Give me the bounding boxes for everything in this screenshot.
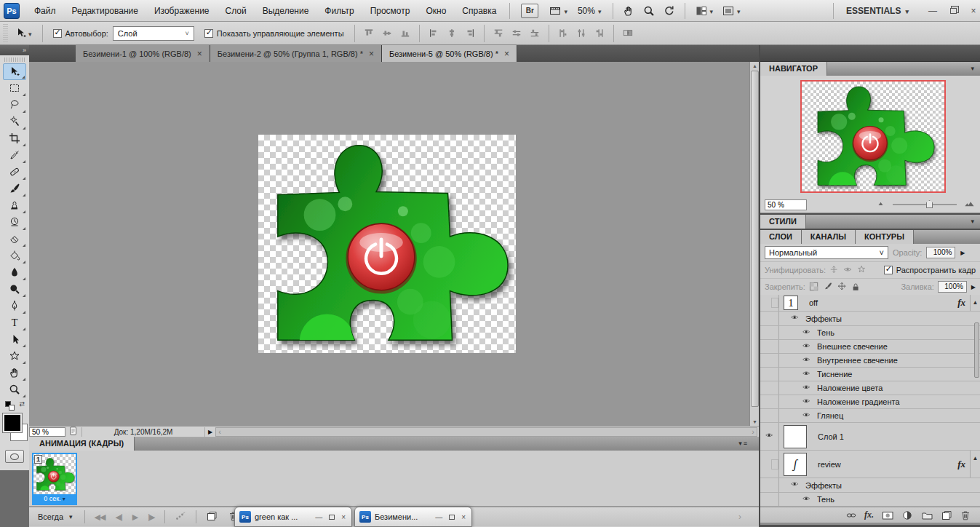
align-horizontal-centers-button[interactable]: [444, 26, 460, 41]
options-bar-grip[interactable]: [3, 24, 8, 43]
restore-button[interactable]: [447, 513, 456, 521]
new-layer-button[interactable]: [941, 510, 952, 521]
show-transform-controls-checkbox[interactable]: Показать управляющие элементы: [204, 29, 344, 38]
zoom-out-icon[interactable]: [877, 199, 887, 210]
zoom-in-icon[interactable]: [963, 199, 976, 210]
pen-tool[interactable]: [3, 298, 26, 314]
document-tab[interactable]: Безимени-5 @ 50% (RGB/8) * ×: [382, 45, 517, 62]
menu-item[interactable]: Изображение: [146, 0, 218, 22]
tween-button[interactable]: [170, 510, 191, 524]
visibility-toggle[interactable]: [760, 493, 779, 506]
menu-item[interactable]: Справка: [454, 0, 504, 22]
dodge-tool[interactable]: [3, 281, 26, 298]
layer-row[interactable]: Тень fx ▲: [760, 493, 980, 507]
history-brush-tool[interactable]: [3, 214, 26, 231]
distribute-right-edges-button[interactable]: [591, 26, 607, 41]
screen-mode-button[interactable]: [717, 2, 745, 20]
new-group-button[interactable]: [920, 510, 933, 521]
unify-position-icon[interactable]: [829, 265, 840, 275]
panel-collapse-icon[interactable]: [971, 215, 974, 229]
scrollbar-thumb[interactable]: [751, 71, 759, 407]
canvas-document[interactable]: [258, 135, 516, 353]
duplicate-frame-button[interactable]: [201, 510, 223, 524]
distribute-left-edges-button[interactable]: [555, 26, 571, 41]
layer-row[interactable]: 1 off fx ▲: [760, 295, 980, 312]
next-frame-button[interactable]: |▶: [143, 512, 159, 522]
document-tab[interactable]: Безимени-1 @ 100% (RGB/8) ×: [76, 45, 210, 62]
paint-bucket-tool[interactable]: [3, 247, 26, 264]
zoom-level-dropdown[interactable]: 50%: [572, 6, 607, 16]
clone-stamp-tool[interactable]: [3, 197, 26, 214]
align-vertical-centers-button[interactable]: [379, 26, 395, 41]
layer-row[interactable]: ʃ review fx ▲: [760, 451, 980, 478]
add-layer-mask-button[interactable]: [881, 510, 894, 521]
restore-button[interactable]: [327, 513, 336, 521]
fill-value[interactable]: 100%: [938, 281, 967, 293]
visibility-toggle[interactable]: [760, 312, 779, 325]
quick-mask-button[interactable]: [5, 450, 24, 463]
rectangular-marquee-tool[interactable]: [3, 80, 26, 97]
restore-button[interactable]: [948, 6, 958, 16]
layer-row[interactable]: Эффекты fx ▲: [760, 312, 980, 326]
close-button[interactable]: ×: [340, 513, 347, 521]
auto-select-target-dropdown[interactable]: Слой˅: [113, 26, 194, 41]
menu-item[interactable]: Файл: [26, 0, 64, 22]
distribute-top-edges-button[interactable]: [490, 26, 506, 41]
layers-panel-tab[interactable]: КАНАЛЫ: [802, 230, 856, 244]
unify-visibility-icon[interactable]: [843, 265, 853, 275]
layer-row[interactable]: Тень fx ▲: [760, 326, 980, 340]
visibility-toggle[interactable]: [760, 478, 779, 492]
status-menu-arrow[interactable]: ▶: [208, 429, 212, 435]
distribute-horizontal-centers-button[interactable]: [573, 26, 589, 41]
panel-collapse-icon[interactable]: [971, 62, 974, 76]
floating-document-window[interactable]: Ps Безимени... — ×: [354, 507, 472, 527]
minimize-button[interactable]: —: [928, 6, 938, 16]
navigator-zoom-slider[interactable]: [893, 204, 957, 205]
launch-bridge-button[interactable]: Br: [521, 4, 538, 18]
workspace-switcher[interactable]: ESSENTIALS: [839, 6, 916, 16]
lock-transparency-icon[interactable]: [809, 282, 820, 293]
visibility-toggle[interactable]: [760, 368, 779, 381]
frame-delay-selector[interactable]: 0 сек.: [33, 494, 76, 504]
navigator-proxy-view[interactable]: [800, 80, 946, 193]
panel-menu-icon[interactable]: [738, 437, 749, 451]
canvas-area[interactable]: [29, 62, 759, 426]
loop-options-dropdown[interactable]: Всегда: [29, 512, 80, 521]
blur-tool[interactable]: [3, 264, 26, 281]
align-right-edges-button[interactable]: [462, 26, 478, 41]
menu-item[interactable]: Фильтр: [316, 0, 362, 22]
blend-mode-dropdown[interactable]: Нормальный˅: [765, 246, 888, 259]
status-zoom-field[interactable]: [29, 427, 65, 437]
previous-frame-button[interactable]: ◀|: [110, 512, 127, 522]
visibility-toggle[interactable]: [760, 326, 779, 339]
layers-scrollbar[interactable]: [973, 295, 980, 507]
scroll-right-icon[interactable]: ›: [738, 512, 741, 522]
layer-row[interactable]: Наложение градиента fx ▲: [760, 395, 980, 409]
unify-style-icon[interactable]: [857, 265, 867, 275]
layer-thumbnail[interactable]: 1: [784, 296, 798, 310]
visibility-toggle[interactable]: [760, 354, 779, 367]
crop-tool[interactable]: [3, 130, 26, 147]
view-extras-button[interactable]: [544, 2, 572, 20]
delete-layer-button[interactable]: [960, 510, 971, 521]
menu-item[interactable]: Слой: [218, 0, 255, 22]
layer-row[interactable]: Внутреннее свечение fx ▲: [760, 354, 980, 368]
adjustment-layer-button[interactable]: [901, 510, 913, 521]
healing-brush-tool[interactable]: [3, 164, 26, 181]
close-tab-icon[interactable]: ×: [369, 49, 374, 59]
auto-select-checkbox[interactable]: Автовыбор:: [53, 29, 108, 38]
menu-item[interactable]: Редактирование: [64, 0, 146, 22]
minimize-button[interactable]: —: [434, 513, 444, 521]
zoom-tool-button[interactable]: [639, 2, 659, 20]
foreground-color-swatch[interactable]: [3, 413, 22, 432]
align-left-edges-button[interactable]: [426, 26, 442, 41]
rotate-view-button[interactable]: [659, 2, 680, 20]
path-selection-tool[interactable]: [3, 331, 26, 348]
default-swap-colors[interactable]: ⇄: [4, 400, 25, 411]
auto-align-layers-button[interactable]: [620, 26, 636, 41]
visibility-toggle[interactable]: [760, 423, 779, 450]
close-button[interactable]: ×: [968, 6, 979, 16]
animation-panel-tab[interactable]: АНИМАЦИЯ (КАДРЫ): [29, 437, 135, 451]
close-button[interactable]: ×: [460, 513, 467, 521]
lock-all-icon[interactable]: [851, 282, 861, 293]
